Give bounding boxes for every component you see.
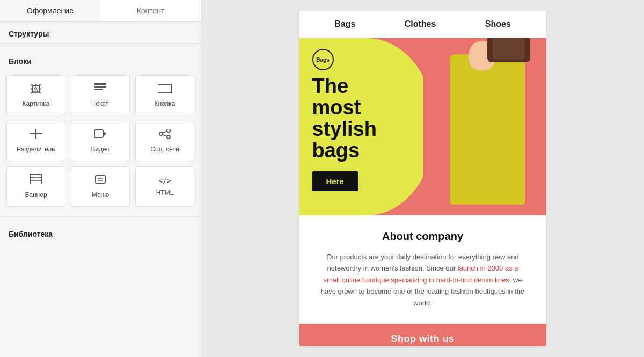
button-icon bbox=[158, 83, 172, 96]
svg-line-12 bbox=[163, 135, 167, 137]
svg-rect-0 bbox=[94, 83, 106, 85]
svg-marker-7 bbox=[103, 131, 106, 136]
divider-icon bbox=[30, 129, 42, 141]
shop-button-section: Shop with us bbox=[299, 324, 546, 346]
hero-section: Bags The most stylish bags Here bbox=[299, 38, 546, 215]
block-text[interactable]: Текст bbox=[71, 75, 130, 115]
svg-point-8 bbox=[159, 132, 163, 135]
tabs-bar: Оформление Контент bbox=[0, 0, 201, 22]
block-divider[interactable]: Разделитель bbox=[6, 121, 65, 161]
nav-shoes[interactable]: Shoes bbox=[485, 19, 511, 29]
divider-library bbox=[0, 216, 201, 217]
picture-label: Картинка bbox=[22, 100, 49, 107]
banner-label: Баннер bbox=[25, 191, 47, 199]
html-icon: </> bbox=[158, 177, 171, 185]
button-label: Кнопка bbox=[155, 100, 175, 107]
hero-button[interactable]: Here bbox=[312, 171, 358, 191]
about-title: About company bbox=[321, 230, 525, 243]
text-icon bbox=[94, 83, 106, 96]
preview-nav: Bags Clothes Shoes bbox=[299, 11, 546, 38]
svg-line-11 bbox=[163, 131, 167, 133]
picture-icon: 🖼 bbox=[31, 83, 41, 96]
tab-oformlenie[interactable]: Оформление bbox=[0, 0, 100, 21]
about-section: About company Our products are your dail… bbox=[299, 215, 546, 324]
block-menu[interactable]: Меню bbox=[71, 166, 130, 207]
banner-icon bbox=[30, 174, 42, 187]
block-html[interactable]: </> HTML bbox=[135, 166, 194, 207]
structures-title: Структуры bbox=[0, 22, 201, 43]
right-panel: Bags Clothes Shoes Bags bbox=[201, 0, 644, 357]
svg-point-9 bbox=[167, 129, 170, 132]
svg-rect-2 bbox=[94, 89, 103, 90]
hero-figure-area bbox=[418, 38, 536, 215]
bag-main bbox=[493, 38, 525, 60]
text-label: Текст bbox=[92, 100, 108, 107]
block-social[interactable]: Соц. сети bbox=[135, 121, 194, 161]
social-label: Соц. сети bbox=[150, 145, 179, 153]
block-video[interactable]: Видео bbox=[71, 121, 130, 161]
divider-label: Разделитель bbox=[17, 145, 55, 153]
nav-clothes[interactable]: Clothes bbox=[405, 19, 436, 29]
block-button[interactable]: Кнопка bbox=[135, 75, 194, 115]
about-text: Our products are your daily destination … bbox=[321, 251, 525, 309]
blocks-grid: 🖼 Картинка Текст Кнопка Раздели bbox=[6, 71, 194, 211]
social-icon bbox=[159, 129, 171, 141]
menu-icon bbox=[94, 174, 106, 187]
html-label: HTML bbox=[156, 189, 174, 196]
svg-rect-13 bbox=[30, 174, 42, 184]
block-picture[interactable]: 🖼 Картинка bbox=[6, 75, 65, 115]
divider-structures bbox=[0, 43, 201, 44]
video-icon bbox=[94, 129, 106, 141]
svg-point-10 bbox=[167, 135, 170, 139]
bags-badge: Bags bbox=[312, 49, 334, 70]
shop-button[interactable]: Shop with us bbox=[391, 333, 455, 345]
tab-kontent[interactable]: Контент bbox=[100, 0, 201, 21]
hero-content: Bags The most stylish bags Here bbox=[312, 49, 377, 191]
preview-container: Bags Clothes Shoes Bags bbox=[299, 11, 546, 346]
svg-rect-16 bbox=[96, 176, 105, 183]
svg-rect-3 bbox=[158, 84, 172, 93]
svg-rect-1 bbox=[94, 86, 106, 88]
svg-rect-6 bbox=[94, 130, 103, 137]
blocks-section: 🖼 Картинка Текст Кнопка Раздели bbox=[0, 71, 201, 211]
block-banner[interactable]: Баннер bbox=[6, 166, 65, 207]
menu-label: Меню bbox=[92, 191, 109, 199]
hero-title: The most stylish bags bbox=[312, 76, 377, 162]
video-label: Видео bbox=[91, 145, 109, 153]
library-title: Библиотека bbox=[0, 222, 201, 244]
blocks-title: Блоки bbox=[0, 49, 201, 71]
nav-bags[interactable]: Bags bbox=[334, 19, 355, 29]
left-panel: Оформление Контент Структуры Блоки 🖼 Кар… bbox=[0, 0, 201, 357]
